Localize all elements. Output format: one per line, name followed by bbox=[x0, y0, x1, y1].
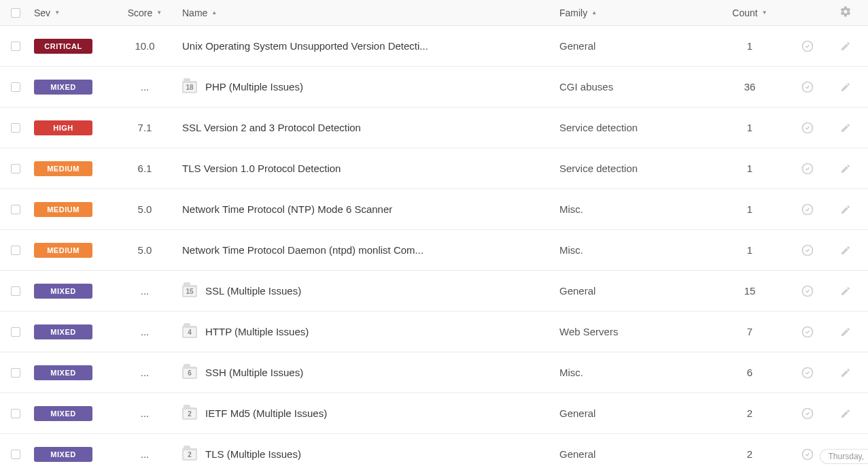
row-checkbox[interactable] bbox=[11, 246, 20, 255]
accept-risk-icon[interactable] bbox=[801, 244, 814, 257]
family-value: Service detection bbox=[559, 163, 638, 174]
table-row[interactable]: MIXED...4HTTP (Multiple Issues)Web Serve… bbox=[0, 312, 868, 352]
gear-icon[interactable] bbox=[839, 5, 852, 20]
row-checkbox[interactable] bbox=[11, 41, 20, 51]
edit-icon[interactable] bbox=[840, 367, 851, 378]
row-checkbox[interactable] bbox=[11, 409, 20, 418]
col-header-name[interactable]: Name ▲ bbox=[182, 7, 217, 18]
score-value: ... bbox=[141, 81, 150, 93]
severity-badge: MIXED bbox=[34, 365, 92, 380]
col-header-score[interactable]: Score ▼ bbox=[107, 7, 182, 18]
family-value: General bbox=[559, 285, 595, 297]
count-value: 36 bbox=[744, 81, 756, 93]
vuln-name: HTTP (Multiple Issues) bbox=[205, 326, 309, 337]
vuln-name: SSL (Multiple Issues) bbox=[205, 285, 301, 297]
col-header-name-label: Name bbox=[182, 7, 207, 18]
accept-risk-icon[interactable] bbox=[801, 366, 814, 380]
group-count: 2 bbox=[184, 450, 196, 459]
severity-badge: MEDIUM bbox=[34, 202, 92, 217]
table-row[interactable]: HIGH7.1SSL Version 2 and 3 Protocol Dete… bbox=[0, 107, 868, 148]
severity-badge: MEDIUM bbox=[34, 243, 92, 258]
row-checkbox[interactable] bbox=[11, 286, 20, 296]
accept-risk-icon[interactable] bbox=[801, 284, 814, 298]
table-body: CRITICAL10.0Unix Operating System Unsupp… bbox=[0, 26, 868, 468]
count-value: 7 bbox=[747, 326, 752, 337]
sort-desc-icon: ▼ bbox=[156, 10, 162, 16]
severity-badge: MEDIUM bbox=[34, 161, 92, 176]
table-row[interactable]: MEDIUM6.1TLS Version 1.0 Protocol Detect… bbox=[0, 148, 868, 189]
count-value: 2 bbox=[747, 448, 752, 460]
row-checkbox[interactable] bbox=[11, 450, 20, 459]
table-row[interactable]: CRITICAL10.0Unix Operating System Unsupp… bbox=[0, 26, 868, 67]
folder-icon: 18 bbox=[182, 81, 197, 93]
count-value: 1 bbox=[747, 244, 752, 256]
select-all-checkbox[interactable] bbox=[11, 8, 20, 18]
count-value: 1 bbox=[747, 122, 752, 133]
accept-risk-icon[interactable] bbox=[801, 121, 814, 135]
accept-risk-icon[interactable] bbox=[801, 203, 814, 216]
score-value: 6.1 bbox=[138, 163, 152, 174]
edit-icon[interactable] bbox=[840, 41, 851, 52]
table-row[interactable]: MIXED...18PHP (Multiple Issues)CGI abuse… bbox=[0, 67, 868, 107]
vuln-name: Network Time Protocol (NTP) Mode 6 Scann… bbox=[182, 203, 392, 215]
table-row[interactable]: MIXED...15SSL (Multiple Issues)General15 bbox=[0, 271, 868, 312]
group-count: 15 bbox=[184, 287, 196, 296]
family-value: Web Servers bbox=[559, 326, 618, 337]
accept-risk-icon[interactable] bbox=[801, 325, 814, 339]
col-header-family-label: Family bbox=[559, 7, 587, 18]
sort-desc-icon: ▼ bbox=[54, 10, 60, 16]
edit-icon[interactable] bbox=[840, 245, 851, 256]
score-value: ... bbox=[141, 448, 150, 460]
col-header-count-label: Count bbox=[732, 7, 757, 18]
table-row[interactable]: MIXED...6SSH (Multiple Issues)Misc.6 bbox=[0, 352, 868, 393]
vuln-name: TLS Version 1.0 Protocol Detection bbox=[182, 163, 341, 174]
accept-risk-icon[interactable] bbox=[801, 448, 814, 461]
footer-timestamp: Thursday, bbox=[820, 449, 868, 464]
row-checkbox[interactable] bbox=[11, 327, 20, 337]
row-checkbox[interactable] bbox=[11, 123, 20, 133]
score-value: 5.0 bbox=[138, 244, 152, 256]
severity-badge: MIXED bbox=[34, 284, 92, 299]
vuln-name: SSH (Multiple Issues) bbox=[205, 367, 303, 378]
family-value: General bbox=[559, 448, 595, 460]
accept-risk-icon[interactable] bbox=[801, 407, 814, 420]
col-header-sev[interactable]: Sev ▼ bbox=[34, 7, 60, 18]
edit-icon[interactable] bbox=[840, 163, 851, 174]
score-value: 7.1 bbox=[138, 122, 152, 133]
col-header-count[interactable]: Count ▼ bbox=[716, 7, 784, 18]
table-row[interactable]: MEDIUM5.0Network Time Protocol Daemon (n… bbox=[0, 230, 868, 271]
severity-badge: MIXED bbox=[34, 324, 92, 339]
col-header-family[interactable]: Family ▲ bbox=[559, 7, 597, 18]
row-checkbox[interactable] bbox=[11, 164, 20, 173]
edit-icon[interactable] bbox=[840, 204, 851, 215]
count-value: 6 bbox=[747, 367, 752, 378]
table-row[interactable]: MEDIUM5.0Network Time Protocol (NTP) Mod… bbox=[0, 189, 868, 230]
family-value: Service detection bbox=[559, 122, 638, 133]
col-header-sev-label: Sev bbox=[34, 7, 50, 18]
row-checkbox[interactable] bbox=[11, 82, 20, 92]
row-checkbox[interactable] bbox=[11, 368, 20, 378]
edit-icon[interactable] bbox=[840, 122, 851, 133]
row-checkbox[interactable] bbox=[11, 205, 20, 214]
score-value: ... bbox=[141, 407, 150, 419]
edit-icon[interactable] bbox=[840, 82, 851, 93]
family-value: CGI abuses bbox=[559, 81, 613, 93]
severity-badge: MIXED bbox=[34, 406, 92, 421]
count-value: 1 bbox=[747, 163, 752, 174]
accept-risk-icon[interactable] bbox=[801, 162, 814, 176]
table-row[interactable]: MIXED...2IETF Md5 (Multiple Issues)Gener… bbox=[0, 393, 868, 434]
accept-risk-icon[interactable] bbox=[801, 80, 814, 94]
count-value: 2 bbox=[747, 407, 752, 419]
edit-icon[interactable] bbox=[840, 327, 851, 337]
score-value: ... bbox=[141, 326, 150, 337]
col-header-score-label: Score bbox=[128, 7, 153, 18]
sort-asc-icon: ▲ bbox=[211, 10, 217, 16]
folder-icon: 4 bbox=[182, 326, 197, 338]
edit-icon[interactable] bbox=[840, 408, 851, 419]
accept-risk-icon[interactable] bbox=[801, 39, 814, 53]
score-value: 5.0 bbox=[138, 203, 152, 215]
table-row[interactable]: MIXED...2TLS (Multiple Issues)General2 bbox=[0, 434, 868, 468]
folder-icon: 2 bbox=[182, 407, 197, 420]
edit-icon[interactable] bbox=[840, 286, 851, 297]
count-value: 1 bbox=[747, 40, 752, 52]
